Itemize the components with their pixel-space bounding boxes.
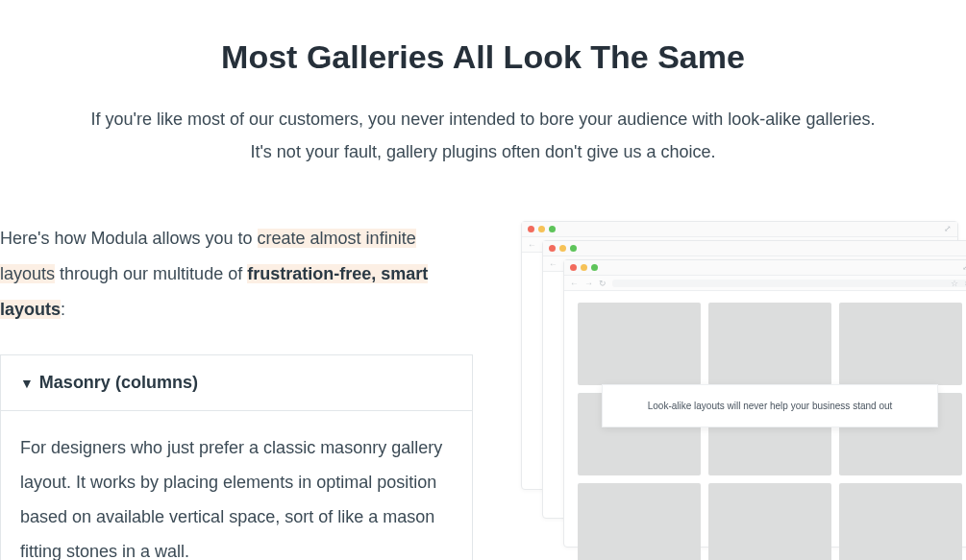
back-arrow-icon: ←: [570, 279, 579, 288]
back-arrow-icon: ←: [528, 240, 536, 250]
gallery-tile: [839, 303, 962, 385]
expand-icon: ⤢: [962, 263, 966, 272]
subtitle-line-2: It's not your fault, gallery plugins oft…: [250, 142, 715, 161]
gallery-tile: [708, 303, 831, 385]
window-dot-green-icon: [591, 264, 598, 271]
accordion-title: Masonry (columns): [39, 373, 198, 392]
illustration-browser-stack: ⤢ ← → ↻ ☆ ≡ ⤢ ← → ↻ ☆: [521, 221, 966, 560]
window-dot-yellow-icon: [538, 226, 545, 232]
accordion-body: For designers who just prefer a classic …: [1, 411, 472, 560]
back-arrow-icon: ←: [549, 259, 557, 269]
gallery-tile: [708, 483, 831, 560]
illustration-caption: Look-alike layouts will never help your …: [602, 384, 938, 427]
gallery-tile: [839, 483, 962, 560]
intro-paragraph: Here's how Modula allows you to create a…: [0, 221, 473, 328]
window-dot-yellow-icon: [581, 264, 587, 271]
accordion: ▼Masonry (columns) For designers who jus…: [0, 354, 473, 560]
page-subtitle: If you're like most of our customers, yo…: [0, 103, 966, 168]
gallery-tile: [578, 483, 701, 560]
forward-arrow-icon: →: [584, 279, 593, 288]
subtitle-line-1: If you're like most of our customers, yo…: [91, 110, 876, 129]
intro-suffix: :: [61, 300, 65, 319]
window-dot-green-icon: [549, 226, 556, 232]
expand-icon: ⤢: [944, 225, 952, 233]
star-icon: ☆: [951, 279, 958, 288]
intro-prefix: Here's how Modula allows you to: [0, 229, 258, 248]
window-dot-green-icon: [570, 245, 577, 252]
gallery-tile: [578, 303, 701, 385]
page-title: Most Galleries All Look The Same: [0, 38, 966, 76]
window-dot-red-icon: [570, 264, 577, 271]
triangle-down-icon: ▼: [20, 376, 34, 391]
window-dot-red-icon: [549, 245, 556, 252]
accordion-header-masonry[interactable]: ▼Masonry (columns): [1, 355, 472, 411]
intro-mid: through our multitude of: [55, 264, 247, 283]
refresh-icon: ↻: [599, 279, 607, 288]
window-dot-yellow-icon: [559, 245, 566, 252]
window-dot-red-icon: [528, 226, 534, 232]
